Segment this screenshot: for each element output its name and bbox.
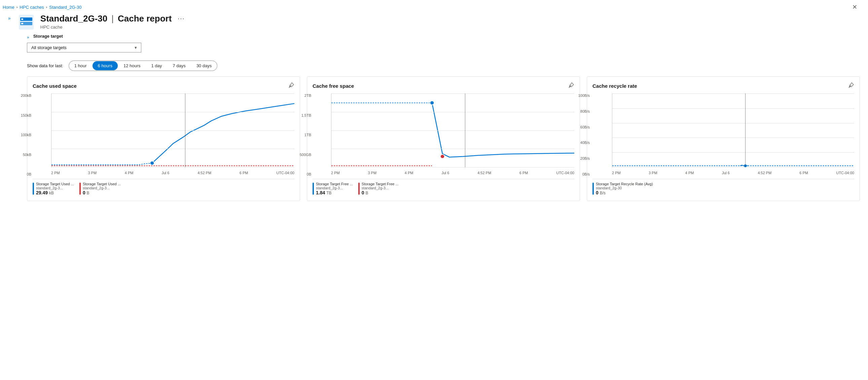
grid-line-2 xyxy=(52,112,294,112)
resource-icon xyxy=(18,13,35,31)
pin-free-space-button[interactable] xyxy=(568,82,574,90)
chart-free-space-title: Cache free space xyxy=(313,83,354,89)
y-label-100kb: 100kB xyxy=(15,133,31,137)
grid-recycle-2 xyxy=(612,108,854,108)
storage-target-dropdown[interactable]: All storage targets ▾ xyxy=(27,43,141,53)
legend-color-blue-2 xyxy=(313,183,314,195)
breadcrumb-hpc[interactable]: HPC caches xyxy=(20,5,44,10)
y-label-2tb: 2TB xyxy=(295,94,311,97)
x-label-2pm-used: 2 PM xyxy=(51,171,60,175)
cursor-line-recycle xyxy=(745,94,746,167)
y-label-1.5tb: 1.5TB xyxy=(295,113,311,117)
chart-recycle-rate-svg xyxy=(612,94,854,167)
grid-line-3 xyxy=(52,130,294,131)
x-label-3pm-free: 3 PM xyxy=(368,171,376,175)
breadcrumb-sep2: › xyxy=(46,5,48,9)
grid-free-4 xyxy=(331,149,574,149)
y-label-60bs: 60B/s xyxy=(574,125,590,129)
storage-collapse-button[interactable]: » xyxy=(27,35,29,40)
chart-recycle-rate-title: Cache recycle rate xyxy=(592,83,637,89)
x-label-2pm-free: 2 PM xyxy=(331,171,340,175)
time-option-6h[interactable]: 6 hours xyxy=(93,61,118,70)
x-label-452pm-recycle: 4:52 PM xyxy=(758,171,771,175)
x-label-3pm-recycle: 3 PM xyxy=(649,171,657,175)
time-filter-label: Show data for last: xyxy=(27,63,63,68)
legend-color-red-1 xyxy=(80,183,81,195)
legend-color-blue-1 xyxy=(33,183,34,195)
pin-used-space-button[interactable] xyxy=(288,82,294,90)
time-option-1d[interactable]: 1 day xyxy=(146,61,167,70)
sidebar-collapse-button[interactable]: » xyxy=(7,14,12,22)
chart-recycle-rate-legend: Storage Target Recycle Rate (Avg) standa… xyxy=(592,182,854,195)
legend-item-used-blue: Storage Target Used ... standard_2g-3...… xyxy=(33,182,74,195)
title-separator: | xyxy=(111,13,114,24)
grid-free-3 xyxy=(331,130,574,131)
chart-used-space-legend: Storage Target Used ... standard_2g-3...… xyxy=(33,182,294,195)
chart-recycle-rate-wrapper: 100B/s 80B/s 60B/s 40B/s 20B/s 0B/s xyxy=(592,94,854,176)
breadcrumb-current[interactable]: Standard_2G-30 xyxy=(49,5,82,10)
time-filter-row: Show data for last: 1 hour 6 hours 12 ho… xyxy=(27,61,860,71)
y-label-0b: 0B xyxy=(15,172,31,176)
x-label-6pm-used: 6 PM xyxy=(240,171,248,175)
more-options-button[interactable]: ··· xyxy=(176,14,187,23)
svg-line-6 xyxy=(569,85,571,88)
x-label-4pm-used: 4 PM xyxy=(125,171,133,175)
y-label-200kb: 200kB xyxy=(15,94,31,97)
x-label-452pm-free: 4:52 PM xyxy=(477,171,491,175)
chart-used-space: Cache used space 200kB 150kB 100kB 50kB … xyxy=(27,76,300,201)
storage-target-value: All storage targets xyxy=(31,45,67,50)
time-option-1h[interactable]: 1 hour xyxy=(69,61,92,70)
y-axis-used-space: 200kB 150kB 100kB 50kB 0B xyxy=(15,94,31,176)
x-label-6pm-free: 6 PM xyxy=(520,171,528,175)
breadcrumb-sep1: › xyxy=(17,5,18,9)
chart-recycle-rate: Cache recycle rate 100B/s 80B/s 60B/s 40… xyxy=(587,76,860,201)
close-button[interactable]: ✕ xyxy=(849,2,860,12)
y-axis-free-space: 2TB 1.5TB 1TB 500GB 0B xyxy=(295,94,311,176)
header-section: » Standard_2G-30 | Cache report ··· HPC … xyxy=(0,11,868,34)
legend-item-recycle-blue: Storage Target Recycle Rate (Avg) standa… xyxy=(592,182,653,195)
legend-text-recycle-blue: Storage Target Recycle Rate (Avg) standa… xyxy=(596,182,653,195)
time-option-7d[interactable]: 7 days xyxy=(167,61,191,70)
legend-item-free-red: Storage Target Free ... standard_2g-3...… xyxy=(358,182,399,195)
grid-line-5 xyxy=(52,167,294,167)
grid-recycle-6 xyxy=(612,167,854,167)
legend-color-blue-3 xyxy=(592,183,594,195)
datapoint-free-red xyxy=(440,154,444,158)
x-label-3pm-used: 3 PM xyxy=(88,171,97,175)
chevron-down-icon: ▾ xyxy=(134,45,137,50)
grid-free-2 xyxy=(331,112,574,112)
x-label-utc-free: UTC-04:00 xyxy=(556,171,574,175)
time-option-12h[interactable]: 12 hours xyxy=(118,61,146,70)
legend-item-free-blue: Storage Target Free ... standard_2g-3...… xyxy=(313,182,353,195)
x-label-2pm-recycle: 2 PM xyxy=(612,171,621,175)
x-axis-recycle-rate: 2 PM 3 PM 4 PM Jul 6 4:52 PM 6 PM UTC-04… xyxy=(612,169,854,176)
x-axis-used-space: 2 PM 3 PM 4 PM Jul 6 4:52 PM 6 PM UTC-04… xyxy=(51,169,294,176)
y-label-1tb: 1TB xyxy=(295,133,311,137)
breadcrumb: Home › HPC caches › Standard_2G-30 xyxy=(3,5,82,10)
svg-rect-3 xyxy=(21,19,23,20)
time-option-30d[interactable]: 30 days xyxy=(191,61,217,70)
chart-used-space-header: Cache used space xyxy=(33,82,294,90)
cursor-line-free xyxy=(465,94,465,167)
pin-recycle-rate-button[interactable] xyxy=(848,82,854,90)
y-label-0b-free: 0B xyxy=(295,172,311,176)
legend-text-used-blue: Storage Target Used ... standard_2g-3...… xyxy=(36,182,74,195)
y-label-100bs: 100B/s xyxy=(574,94,590,97)
chart-recycle-rate-area xyxy=(612,94,854,167)
chart-used-space-wrapper: 200kB 150kB 100kB 50kB 0B xyxy=(33,94,294,176)
x-label-452pm-used: 4:52 PM xyxy=(197,171,211,175)
storage-target-label: Storage target xyxy=(33,34,63,39)
legend-color-red-2 xyxy=(358,183,360,195)
grid-recycle-5 xyxy=(612,152,854,153)
grid-free-5 xyxy=(331,167,574,167)
y-label-80bs: 80B/s xyxy=(574,109,590,113)
chart-free-space-wrapper: 2TB 1.5TB 1TB 500GB 0B xyxy=(313,94,574,176)
x-label-utc-recycle: UTC-04:00 xyxy=(836,171,854,175)
grid-free-1 xyxy=(331,94,574,94)
breadcrumb-home[interactable]: Home xyxy=(3,5,14,10)
y-label-150kb: 150kB xyxy=(15,113,31,117)
charts-row: Cache used space 200kB 150kB 100kB 50kB … xyxy=(27,76,860,201)
chart-free-space-header: Cache free space xyxy=(313,82,574,90)
x-axis-free-space: 2 PM 3 PM 4 PM Jul 6 4:52 PM 6 PM UTC-04… xyxy=(331,169,574,176)
grid-line-1 xyxy=(52,94,294,94)
